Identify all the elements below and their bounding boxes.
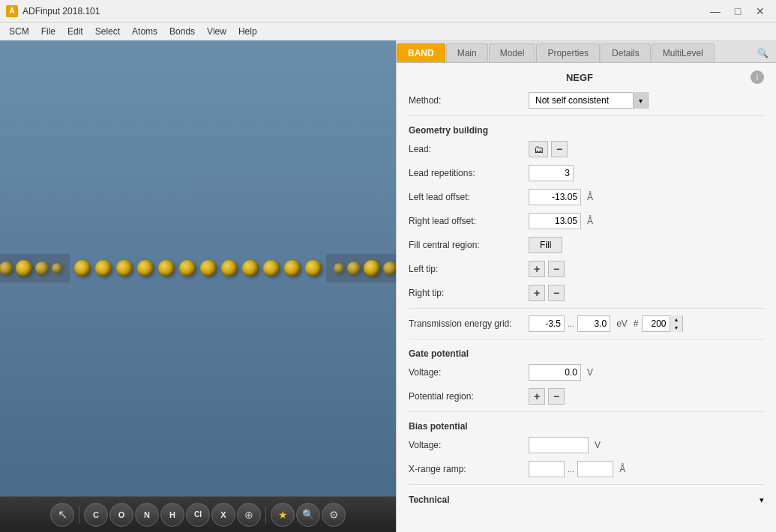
transmission-count-spinbox[interactable]: 200 ▴ ▾ <box>642 315 683 332</box>
bias-voltage-input[interactable] <box>529 437 589 453</box>
search-tab-button[interactable]: 🔍 <box>750 44 776 62</box>
tab-details[interactable]: Details <box>601 43 651 62</box>
atom <box>52 263 62 273</box>
method-value: Not self consistent <box>529 95 633 106</box>
gate-voltage-unit: V <box>587 367 593 378</box>
range-separator: ... <box>568 465 574 474</box>
gate-voltage-label: Voltage: <box>409 367 529 378</box>
fill-button[interactable]: Fill <box>529 237 562 253</box>
atom <box>347 262 361 275</box>
lead-repetitions-input[interactable]: 3 <box>529 165 574 181</box>
xrange-unit: Å <box>619 464 625 474</box>
atom <box>16 260 32 276</box>
transmission-unit: eV <box>616 318 628 329</box>
atom <box>74 260 91 276</box>
left-tip-minus-button[interactable]: − <box>548 261 565 277</box>
title-bar: A ADFinput 2018.101 — □ ✕ <box>0 0 776 22</box>
transmission-max-input[interactable]: 3.0 <box>577 315 610 332</box>
info-button[interactable]: i <box>751 70 764 84</box>
app-icon: A <box>6 5 18 17</box>
lead-repetitions-label: Lead repetitions: <box>409 168 529 178</box>
dropdown-arrow-icon[interactable]: ▾ <box>633 92 648 109</box>
atom <box>364 260 380 276</box>
technical-row[interactable]: Technical ▾ <box>409 491 764 509</box>
nitrogen-tool[interactable]: N <box>135 503 159 527</box>
lead-repetitions-row: Lead repetitions: 3 <box>409 164 764 182</box>
main-layout: ↖ C O N H Cl X ⊕ ★ 🔍 ⚙ BAND Main Model P… <box>0 40 776 532</box>
viewport[interactable] <box>0 40 396 496</box>
lead-minus-button[interactable]: − <box>551 141 568 157</box>
left-tip-add-button[interactable]: + <box>529 261 545 277</box>
right-tip-row: Right tip: + − <box>409 284 764 302</box>
tab-model[interactable]: Model <box>489 43 536 62</box>
right-panel: BAND Main Model Properties Details Multi… <box>396 40 776 532</box>
range-separator: ... <box>568 319 574 328</box>
separator <box>79 506 79 524</box>
right-lead-offset-input[interactable]: 13.05 <box>529 213 581 229</box>
menu-scm[interactable]: SCM <box>3 25 35 38</box>
window-controls: — □ ✕ <box>706 4 770 19</box>
menu-file[interactable]: File <box>35 25 61 38</box>
right-lead-offset-label: Right lead offset: <box>409 216 529 226</box>
content-area[interactable]: NEGF i Method: Not self consistent ▾ <box>397 63 776 532</box>
atoms-row <box>0 254 396 282</box>
xrange-max-input[interactable] <box>577 461 613 477</box>
gate-potential-add-button[interactable]: + <box>529 388 545 405</box>
spinbox-up-button[interactable]: ▴ <box>670 315 682 324</box>
left-lead-offset-input[interactable]: -13.05 <box>529 189 581 205</box>
oxygen-tool[interactable]: O <box>109 503 133 527</box>
tab-band[interactable]: BAND <box>397 43 445 62</box>
divider <box>409 115 764 116</box>
gate-voltage-row: Voltage: 0.0 V <box>409 363 764 381</box>
menu-edit[interactable]: Edit <box>61 25 89 38</box>
right-lead-offset-row: Right lead offset: 13.05 Å <box>409 212 764 230</box>
cursor-tool[interactable]: ↖ <box>50 503 74 527</box>
left-lead-offset-unit: Å <box>587 192 593 202</box>
tabs-bar: BAND Main Model Properties Details Multi… <box>397 40 776 63</box>
divider <box>409 484 764 485</box>
periodic-tool[interactable]: ⊕ <box>237 503 261 527</box>
gate-potential-label: Potential region: <box>409 391 529 402</box>
maximize-button[interactable]: □ <box>728 4 748 19</box>
right-tip-minus-button[interactable]: − <box>548 285 565 301</box>
close-button[interactable]: ✕ <box>751 4 770 19</box>
divider <box>409 411 764 412</box>
menu-select[interactable]: Select <box>89 25 126 38</box>
method-dropdown[interactable]: Not self consistent ▾ <box>529 92 649 109</box>
atom-group-left <box>0 254 70 282</box>
carbon-tool[interactable]: C <box>84 503 108 527</box>
menu-atoms[interactable]: Atoms <box>126 25 163 38</box>
atom <box>263 260 280 276</box>
xrange-min-input[interactable] <box>529 461 565 477</box>
tab-multilevel[interactable]: MultiLevel <box>652 43 715 62</box>
bias-voltage-label: Voltage: <box>409 440 529 450</box>
transmission-min-input[interactable]: -3.5 <box>529 315 565 332</box>
left-lead-offset-label: Left lead offset: <box>409 192 529 202</box>
hydrogen-tool[interactable]: H <box>160 503 184 527</box>
left-panel: ↖ C O N H Cl X ⊕ ★ 🔍 ⚙ <box>0 40 396 532</box>
spinbox-down-button[interactable]: ▾ <box>670 324 682 332</box>
transmission-count-value: 200 <box>643 318 670 329</box>
menu-view[interactable]: View <box>201 25 232 38</box>
lead-folder-button[interactable]: 🗂 <box>529 141 548 157</box>
divider <box>409 308 764 309</box>
tab-properties[interactable]: Properties <box>536 43 600 62</box>
settings-tool[interactable]: ⚙ <box>322 503 346 527</box>
atom <box>116 260 133 276</box>
atom <box>179 260 196 276</box>
tab-main[interactable]: Main <box>446 43 488 62</box>
star-tool[interactable]: ★ <box>271 503 295 527</box>
search-tool[interactable]: 🔍 <box>296 503 320 527</box>
menu-bonds[interactable]: Bonds <box>163 25 201 38</box>
x-tool[interactable]: X <box>211 503 235 527</box>
chlorine-tool[interactable]: Cl <box>186 503 210 527</box>
gate-potential-minus-button[interactable]: − <box>548 388 565 405</box>
minimize-button[interactable]: — <box>706 4 725 19</box>
divider <box>409 339 764 339</box>
menu-help[interactable]: Help <box>232 25 263 38</box>
lead-label: Lead: <box>409 144 529 154</box>
right-tip-add-button[interactable]: + <box>529 285 545 301</box>
gate-voltage-input[interactable]: 0.0 <box>529 364 581 381</box>
bias-voltage-unit: V <box>595 440 601 450</box>
atom <box>242 260 259 276</box>
